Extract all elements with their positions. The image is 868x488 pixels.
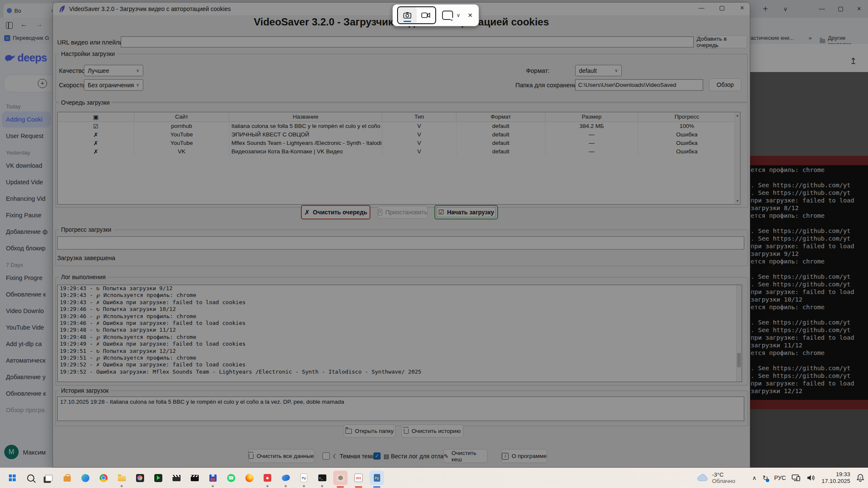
chevron-down-icon[interactable]: ∨: [456, 12, 460, 18]
taskbar: ☎◆Py>_321Py -3°C Облачно ∧ ↻ РУС: [0, 468, 868, 488]
start-button[interactable]: [5, 471, 19, 485]
edge-icon[interactable]: [78, 471, 92, 485]
running-indicator: [337, 486, 344, 488]
running-indicator: [212, 485, 214, 487]
capture-mode-group: [397, 6, 436, 24]
running-indicator: [285, 485, 287, 487]
running-indicator: [321, 485, 323, 487]
running-indicator: [355, 486, 362, 488]
python-console-icon[interactable]: Py: [370, 471, 384, 485]
running-indicator: [303, 485, 305, 487]
blue-app-icon[interactable]: [278, 471, 293, 485]
media-player-icon[interactable]: [151, 471, 165, 485]
red-app-icon[interactable]: ◆: [260, 471, 275, 485]
svg-text:z: z: [860, 476, 861, 480]
resolve-icon[interactable]: [133, 471, 147, 485]
video-mode-button[interactable]: [417, 7, 435, 23]
firefox-icon[interactable]: [242, 471, 256, 485]
tray-chevron-up-icon[interactable]: ∧: [752, 474, 757, 481]
python-file-icon[interactable]: Py: [297, 471, 311, 485]
desktop: Во × + ∨ — × ← → ↓ M G Переводчик G таст…: [0, 0, 868, 488]
speaker-icon[interactable]: [807, 474, 815, 482]
video-camera-icon: [421, 12, 431, 19]
store-icon[interactable]: [60, 471, 74, 485]
timer321-icon[interactable]: 321: [351, 471, 366, 485]
system-tray: -3°C Облачно ∧ ↻ РУС 19:33 17.10.2025: [696, 468, 865, 488]
cloud-icon: [696, 474, 709, 482]
language-indicator[interactable]: РУС: [774, 474, 786, 481]
running-indicator: [121, 485, 123, 487]
network-icon[interactable]: [792, 474, 801, 482]
chrome-icon[interactable]: [96, 471, 111, 485]
clapperboard2-icon[interactable]: [187, 471, 202, 485]
search-icon[interactable]: [23, 471, 38, 485]
tray-time: 19:33: [836, 471, 850, 478]
screen-dim-overlay: [0, 0, 868, 468]
emule-icon[interactable]: [333, 471, 348, 485]
save-floppy-icon[interactable]: [206, 471, 220, 485]
snipping-toolbar: ∨ ×: [392, 4, 479, 26]
terminal-icon[interactable]: >_: [315, 471, 329, 485]
whatsapp-icon[interactable]: ☎: [224, 471, 238, 485]
clapperboard-icon[interactable]: [169, 471, 184, 485]
running-indicator: [267, 485, 269, 487]
tray-date: 17.10.2025: [821, 478, 850, 485]
capture-window-icon[interactable]: [442, 11, 453, 20]
notification-bell-icon[interactable]: z: [856, 474, 865, 482]
weather-condition: Облачно: [712, 478, 735, 484]
weather-widget[interactable]: -3°C Облачно: [696, 471, 735, 484]
camera-icon: [403, 11, 412, 19]
file-explorer-icon[interactable]: [114, 471, 129, 485]
close-icon[interactable]: ×: [468, 11, 473, 20]
sync-icon[interactable]: ↻: [762, 474, 768, 482]
task-view-icon[interactable]: [42, 471, 56, 485]
running-indicator: [373, 486, 381, 488]
clock[interactable]: 19:33 17.10.2025: [821, 471, 850, 485]
weather-temp: -3°C: [712, 471, 735, 478]
camera-mode-button[interactable]: [398, 7, 417, 23]
